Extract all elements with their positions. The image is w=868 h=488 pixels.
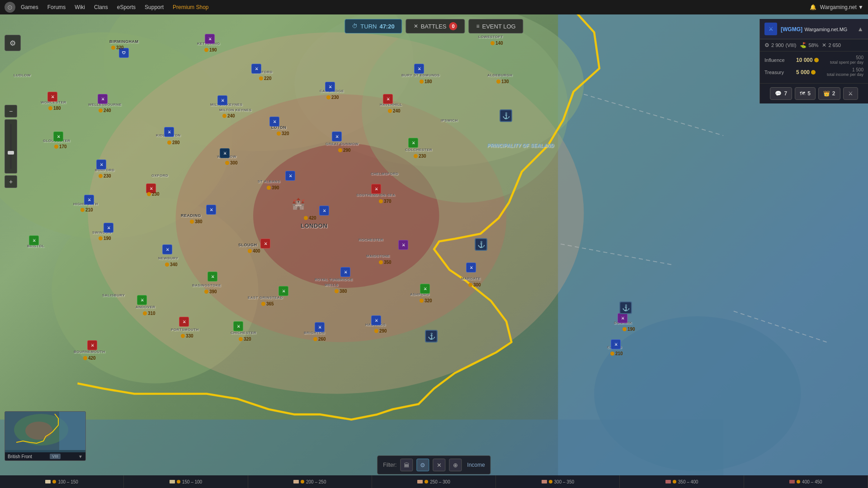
player-name: Wargaming.net.MG bbox=[804, 27, 847, 32]
unit-east-grinstead[interactable]: ⚔ bbox=[278, 286, 289, 296]
territory-sublabel-milton-keynes: Milton Keynes bbox=[219, 108, 252, 112]
filter-other-button[interactable]: ⊕ bbox=[449, 459, 462, 471]
event-log-button[interactable]: ≡ EVENT LOG bbox=[469, 19, 524, 33]
turn-button[interactable]: ⏱ TURN 47:20 bbox=[344, 19, 402, 33]
nav-forums[interactable]: Forums bbox=[44, 2, 70, 12]
unit-slough[interactable]: ⚔ bbox=[260, 238, 271, 249]
zoom-plus-button[interactable]: + bbox=[5, 175, 17, 188]
unit-highworth[interactable]: ⚔ bbox=[84, 194, 94, 205]
unit-badge-great-dunmow: ⚔ bbox=[332, 131, 342, 141]
nav-esports[interactable]: eSports bbox=[113, 2, 139, 12]
unit-great-dunmow[interactable]: ⚔ bbox=[331, 131, 342, 142]
filter-buildings-button[interactable]: 🏛 bbox=[400, 459, 413, 471]
unit-brighton[interactable]: ⚔ bbox=[314, 322, 325, 333]
minimap-expand-button[interactable]: ▼ bbox=[78, 454, 83, 459]
action-map-button[interactable]: 🗺 5 bbox=[795, 87, 816, 100]
unit-calais[interactable]: ⚔ bbox=[610, 339, 621, 350]
action-chat-button[interactable]: 💬 7 bbox=[770, 87, 792, 100]
ship-channel-2[interactable]: ⚓ bbox=[425, 330, 438, 343]
ship-north-sea-1[interactable]: ⚓ bbox=[500, 109, 512, 122]
legend-coin-0 bbox=[52, 480, 56, 483]
unit-burford[interactable]: ⚔ bbox=[96, 159, 107, 170]
territory-label-salisbury: SALISBURY bbox=[102, 293, 125, 297]
unit-reading[interactable]: ⚔ bbox=[206, 204, 217, 215]
unit-bedford[interactable]: ⚔ bbox=[251, 63, 262, 74]
unit-milton-keynes[interactable]: ⚔ bbox=[217, 95, 228, 106]
territory-label-slough: SLOUGH bbox=[238, 243, 257, 247]
unit-badge-burford: ⚔ bbox=[96, 160, 106, 169]
unit-bury[interactable]: ⚔ bbox=[414, 63, 425, 74]
legend-color-4 bbox=[542, 480, 547, 483]
username-display[interactable]: Wargaming.net ▼ bbox=[820, 4, 863, 10]
territory-label-andover: ANDOVER bbox=[136, 305, 156, 309]
unit-hastings[interactable]: ⚔ bbox=[371, 315, 382, 326]
unit-portsmouth[interactable]: ⚔ bbox=[179, 316, 189, 327]
nav-support[interactable]: Support bbox=[141, 2, 167, 12]
ship-channel-1[interactable]: ⚓ bbox=[475, 238, 487, 251]
income-maidstone: 350 bbox=[379, 260, 392, 265]
panel-collapse-button[interactable]: ▲ bbox=[857, 25, 863, 33]
unit-badge-slough: ⚔ bbox=[260, 239, 270, 249]
unit-margate[interactable]: ⚔ bbox=[466, 262, 476, 273]
filter-income-button[interactable]: ⚙ bbox=[416, 459, 429, 471]
settings-button[interactable]: ⚙ bbox=[5, 35, 21, 51]
legend-range-4: 300 – 350 bbox=[554, 479, 575, 484]
event-log-icon: ≡ bbox=[476, 23, 480, 29]
nav-games[interactable]: Games bbox=[17, 2, 42, 12]
unit-andover[interactable]: ⚔ bbox=[137, 295, 147, 305]
zoom-minus-button[interactable]: − bbox=[5, 105, 17, 117]
territory-label-chelmsford: Chelmsford bbox=[371, 172, 398, 176]
unit-newbury[interactable]: ⚔ bbox=[162, 244, 173, 255]
influence-spent-value: 500 bbox=[830, 55, 863, 60]
nav-premium-shop[interactable]: Premium Shop bbox=[169, 2, 212, 12]
unit-kettering[interactable]: ⚔ bbox=[204, 33, 215, 44]
unit-swindon[interactable]: ⚔ bbox=[103, 222, 114, 233]
income-worcester: 180 bbox=[48, 106, 61, 111]
ship-channel-3[interactable]: ⚓ bbox=[619, 301, 632, 314]
unit-haverhill[interactable]: ⚔ bbox=[382, 94, 393, 104]
unit-chichester[interactable]: ⚔ bbox=[233, 321, 244, 332]
unit-rochester[interactable]: ⚔ bbox=[398, 239, 409, 250]
treasury-label: Treasury bbox=[764, 70, 796, 75]
nav-wiki[interactable]: Wiki bbox=[71, 2, 89, 12]
territory-label-sealand: Principality of Sealand bbox=[487, 143, 554, 148]
unit-bournemouth[interactable]: ⚔ bbox=[87, 340, 98, 351]
unit-basingstoke[interactable]: ⚔ bbox=[207, 271, 218, 282]
unit-bristol[interactable]: ⚔ bbox=[28, 235, 39, 246]
influence-label: Influence bbox=[764, 57, 796, 63]
unit-wellesbourne[interactable]: ⚔ bbox=[97, 94, 108, 104]
zoom-slider[interactable] bbox=[5, 119, 17, 174]
territory-label-reading: READING bbox=[181, 213, 201, 218]
unit-southend[interactable]: ⚔ bbox=[371, 183, 382, 194]
action-battle-button[interactable]: ⚔ bbox=[843, 87, 858, 100]
influence-coin-icon bbox=[814, 58, 819, 62]
unit-worcester[interactable]: ⚔ bbox=[47, 91, 58, 102]
map-action-icon: 🗺 bbox=[800, 90, 805, 97]
unit-luton[interactable]: ⚔ bbox=[269, 116, 280, 127]
unit-london[interactable]: ⚔ bbox=[319, 205, 330, 216]
stat-battles: ✕ 2 650 bbox=[822, 42, 841, 48]
unit-colchester[interactable]: ⚔ bbox=[408, 137, 419, 148]
unit-gloucester[interactable]: ⚔ bbox=[53, 131, 64, 142]
notification-bell-icon[interactable]: 🔔 bbox=[810, 4, 816, 10]
income-chichester: 320 bbox=[239, 337, 251, 342]
filter-battles-button[interactable]: ✕ bbox=[433, 459, 445, 471]
income-slough: 400 bbox=[248, 249, 260, 253]
battles-button[interactable]: ✕ BATTLES 0 bbox=[406, 19, 465, 33]
unit-ashford[interactable]: ⚔ bbox=[420, 283, 430, 294]
territory-label-st-albans: ST ALBANS bbox=[258, 179, 280, 183]
unit-dunkirk[interactable]: ⚔ bbox=[617, 313, 628, 324]
territory-label-ludlow: LUDLOW bbox=[14, 73, 31, 77]
income-colchester: 230 bbox=[414, 154, 426, 159]
logo-button[interactable]: ⊙ bbox=[5, 2, 15, 13]
map-area[interactable]: ⚙ − + BIRMINGHAM 320 WELLESBOURNE 240 WO… bbox=[0, 14, 868, 488]
nav-clans[interactable]: Clans bbox=[90, 2, 112, 12]
unit-rtw[interactable]: ⚔ bbox=[340, 267, 351, 277]
unit-kidlington[interactable]: ⚔ bbox=[164, 127, 175, 137]
action-crown-button[interactable]: 👑 2 bbox=[818, 87, 840, 100]
unit-st-albans[interactable]: ⚔ bbox=[285, 170, 296, 181]
minimap-image[interactable] bbox=[5, 412, 85, 450]
unit-winslow[interactable]: ⚔ bbox=[219, 148, 230, 159]
unit-cambridge[interactable]: ⚔ bbox=[325, 81, 335, 92]
income-aldeburgh: 130 bbox=[496, 79, 509, 84]
